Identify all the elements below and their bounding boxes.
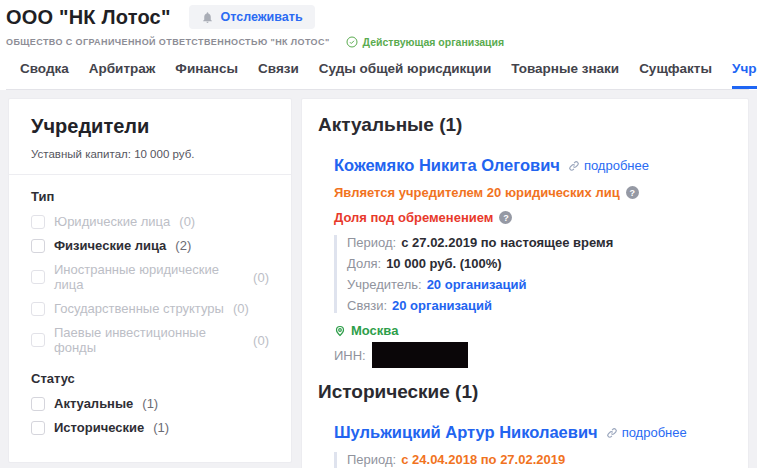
tab-uchrediteli[interactable]: Учредители <box>732 61 757 89</box>
filter-investment-funds[interactable]: Паевые инвестиционные фонды (0) <box>31 325 269 355</box>
filter-group-status-title: Статус <box>31 371 269 386</box>
filter-individuals[interactable]: Физические лица (2) <box>31 238 269 253</box>
detail-founder-of: Учредитель: 20 организаций <box>347 277 736 292</box>
founder-name-link[interactable]: Шульжицкий Артур Николаевич <box>334 423 598 442</box>
detail-connections: Связи: 20 организаций <box>347 298 736 313</box>
tab-svyazi[interactable]: Связи <box>258 61 299 89</box>
founder-more-link[interactable]: подробнее <box>606 425 687 440</box>
checkbox-legal-entities[interactable] <box>31 215 45 229</box>
tab-tovarnye-znaki[interactable]: Товарные знаки <box>511 61 619 89</box>
founder-name-link[interactable]: Кожемяко Никита Олегович <box>334 156 560 175</box>
page-header: ООО "НК Лотос" Отслеживать ОБЩЕСТВО С ОГ… <box>0 0 757 90</box>
founder-of-link[interactable]: 20 организаций <box>427 277 527 292</box>
company-full-name: ОБЩЕСТВО С ОГРАНИЧЕННОЙ ОТВЕТСТВЕННОСТЬЮ… <box>6 37 330 47</box>
help-icon[interactable]: ? <box>499 211 512 224</box>
detail-share: Доля: 10 000 руб. (100%) <box>347 256 736 271</box>
actual-section-heading: Актуальные (1) <box>318 114 736 136</box>
founder-card-actual: Кожемяко Никита Олегович подробнее Являе… <box>334 156 736 368</box>
tab-bar: Сводка Арбитраж Финансы Связи Суды общей… <box>6 61 749 90</box>
redacted-inn-value <box>372 342 468 368</box>
tab-sudy[interactable]: Суды общей юрисдикции <box>319 61 491 89</box>
filter-historical[interactable]: Исторические (1) <box>31 420 269 435</box>
check-circle-icon <box>346 36 358 48</box>
help-icon[interactable]: ? <box>626 186 639 199</box>
founder-location-link[interactable]: Москва <box>351 323 398 338</box>
detail-period: Период: с 24.04.2018 по 27.02.2019 <box>347 452 736 467</box>
filter-state-structures[interactable]: Государственные структуры (0) <box>31 301 269 316</box>
connections-link[interactable]: 20 организаций <box>392 298 492 313</box>
divider <box>9 174 291 175</box>
founder-warning-many-companies: Является учредителем 20 юридических лиц <box>334 185 620 200</box>
charter-capital: Уставный капитал: 10 000 руб. <box>31 148 269 160</box>
tab-finansy[interactable]: Финансы <box>175 61 238 89</box>
filter-group-type-title: Тип <box>31 189 269 204</box>
filter-legal-entities[interactable]: Юридические лица (0) <box>31 214 269 229</box>
status-badge-label: Действующая организация <box>363 36 505 48</box>
filter-actual[interactable]: Актуальные (1) <box>31 396 269 411</box>
checkbox-state-structures[interactable] <box>31 302 45 316</box>
checkbox-individuals[interactable] <box>31 239 45 253</box>
tab-arbitrazh[interactable]: Арбитраж <box>89 61 156 89</box>
founder-warning-encumbrance: Доля под обременением <box>334 210 493 225</box>
founder-details: Период: с 27.02.2019 по настоящее время … <box>334 235 736 313</box>
founder-card-historical: Шульжицкий Артур Николаевич подробнее Пе… <box>334 423 736 468</box>
checkbox-historical[interactable] <box>31 421 45 435</box>
detail-period: Период: с 27.02.2019 по настоящее время <box>347 235 736 250</box>
checkbox-actual[interactable] <box>31 397 45 411</box>
filter-foreign-legal-entities[interactable]: Иностранные юридические лица (0) <box>31 262 269 292</box>
link-icon <box>606 427 618 439</box>
checkbox-foreign-legal-entities[interactable] <box>31 270 45 284</box>
inn-label: ИНН: <box>334 348 366 363</box>
sidebar-title: Учредители <box>31 115 269 138</box>
status-badge: Действующая организация <box>346 36 505 48</box>
founder-details: Период: с 24.04.2018 по 27.02.2019 Руков… <box>334 452 736 468</box>
founder-more-link[interactable]: подробнее <box>568 158 649 173</box>
track-button-label: Отслеживать <box>221 10 303 24</box>
historical-section-heading: Исторические (1) <box>318 381 736 403</box>
bell-icon <box>201 11 214 24</box>
location-pin-icon <box>334 324 346 338</box>
checkbox-investment-funds[interactable] <box>31 333 45 347</box>
track-button[interactable]: Отслеживать <box>189 5 315 29</box>
founders-content: Актуальные (1) Кожемяко Никита Олегович … <box>301 98 749 468</box>
founders-filter-panel: Учредители Уставный капитал: 10 000 руб.… <box>8 98 292 463</box>
link-icon <box>568 160 580 172</box>
company-title: ООО "НК Лотос" <box>6 6 171 29</box>
tab-suschfakty[interactable]: Сущфакты <box>639 61 712 89</box>
tab-svodka[interactable]: Сводка <box>20 61 69 89</box>
